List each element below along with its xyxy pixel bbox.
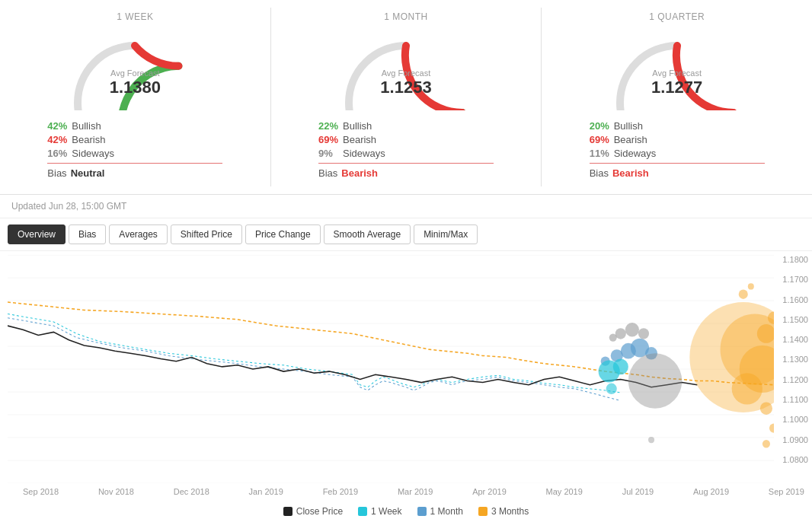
bearish-row: 42% Bearish (47, 134, 222, 145)
stats-month: 22% Bullish 69% Bearish 9% Sideways Bias (311, 116, 501, 183)
sideways-label: Sideways (343, 148, 385, 159)
bearish-label: Bearish (72, 134, 105, 145)
gauge-month: Avg Forecast 1.1253 (330, 27, 482, 110)
y-label: 1.0900 (782, 435, 808, 444)
x-label: Jan 2019 (249, 487, 283, 496)
bias-row: Bias Bearish (590, 167, 765, 179)
bias-row: Bias Bearish (318, 167, 494, 179)
svg-point-31 (739, 290, 748, 299)
x-label: Dec 2018 (174, 487, 209, 496)
y-label: 1.1300 (782, 355, 808, 364)
x-label: Nov 2018 (98, 487, 134, 496)
bullish-row: 22% Bullish (318, 120, 494, 132)
tabs-bar: OverviewBiasAveragesShifted PricePrice C… (0, 218, 812, 251)
svg-point-21 (648, 437, 654, 443)
bias-row: Bias Neutral (47, 167, 222, 179)
legend-label: 3 Months (491, 506, 529, 517)
x-label: Jul 2019 (622, 487, 654, 496)
bearish-row: 69% Bearish (590, 134, 765, 145)
legend-color (478, 507, 488, 516)
x-label: Aug 2019 (693, 487, 729, 496)
y-label: 1.0800 (782, 455, 808, 464)
legend-color (417, 507, 427, 516)
y-label: 1.1400 (782, 335, 808, 344)
legend-label: 1 Month (430, 506, 463, 517)
stats-quarter: 20% Bullish 69% Bearish 11% Sideways Bia… (582, 116, 772, 183)
legend-color (358, 507, 367, 516)
bullish-row: 20% Bullish (590, 120, 765, 132)
bullish-label: Bullish (72, 120, 101, 132)
bearish-pct: 42% (47, 134, 72, 145)
tab-minim-max[interactable]: Minim/Max (414, 224, 478, 244)
bullish-pct: 42% (47, 120, 72, 132)
legend-bar: Close Price 1 Week 1 Month 3 Months (0, 500, 812, 519)
y-label: 1.1800 (782, 255, 808, 264)
legend-item: 1 Week (358, 506, 401, 517)
legend-color (283, 507, 293, 516)
top-panels: 1 WEEK Avg Forecast 1.1380 42% (0, 0, 812, 195)
sideways-pct: 11% (590, 148, 614, 159)
tab-overview[interactable]: Overview (8, 224, 66, 244)
panel-month: 1 MONTH Avg Forecast 1.1253 22% (271, 8, 542, 186)
y-label: 1.1100 (782, 395, 808, 404)
bullish-row: 42% Bullish (47, 120, 222, 132)
tab-averages[interactable]: Averages (109, 224, 167, 244)
tab-smooth-average[interactable]: Smooth Average (324, 224, 411, 244)
legend-item: 3 Months (478, 506, 529, 517)
sideways-row: 9% Sideways (318, 148, 494, 159)
bias-value-month: Bearish (341, 167, 378, 179)
svg-point-17 (615, 328, 626, 339)
x-label: Sep 2019 (769, 487, 804, 496)
chart-area (8, 251, 774, 487)
svg-point-20 (628, 353, 682, 408)
stats-week: 42% Bullish 42% Bearish 16% Sideways Bia… (40, 116, 230, 183)
bias-value-week: Neutral (71, 167, 105, 179)
x-label: Feb 2019 (323, 487, 358, 496)
bias-text: Bias (590, 167, 609, 179)
updated-bar: Updated Jun 28, 15:00 GMT (0, 195, 812, 218)
y-label: 1.1200 (782, 375, 808, 384)
bias-text: Bias (318, 167, 337, 179)
gauge-value-month: 1.1253 (330, 78, 482, 97)
gauge-value-week: 1.1380 (59, 78, 211, 97)
bullish-label: Bullish (343, 120, 372, 132)
bullish-label: Bullish (614, 120, 643, 132)
tab-bias[interactable]: Bias (69, 224, 106, 244)
svg-point-19 (638, 328, 649, 339)
svg-point-29 (769, 423, 774, 432)
y-label: 1.1000 (782, 415, 808, 424)
panel-title-quarter: 1 QUARTER (649, 11, 705, 22)
y-label: 1.1600 (782, 295, 808, 304)
sideways-label: Sideways (614, 148, 657, 159)
bearish-row: 69% Bearish (318, 134, 494, 145)
bullish-pct: 20% (590, 120, 614, 132)
y-axis-labels: 1.18001.17001.16001.15001.14001.13001.12… (782, 255, 808, 464)
bias-value-quarter: Bearish (612, 167, 649, 179)
svg-point-28 (760, 402, 772, 415)
bias-text: Bias (47, 167, 66, 179)
gauge-week: Avg Forecast 1.1380 (59, 27, 211, 110)
sideways-pct: 16% (47, 148, 72, 159)
x-label: May 2019 (546, 487, 583, 496)
legend-item: 1 Month (417, 506, 463, 517)
y-label: 1.1700 (782, 275, 808, 284)
x-label: Sep 2018 (23, 487, 59, 496)
x-label: Apr 2019 (472, 487, 507, 496)
svg-point-32 (748, 283, 754, 289)
panel-week: 1 WEEK Avg Forecast 1.1380 42% (0, 8, 271, 186)
tab-price-change[interactable]: Price Change (245, 224, 321, 244)
svg-point-34 (613, 359, 628, 375)
legend-item: Close Price (283, 506, 343, 517)
gauge-quarter: Avg Forecast 1.1277 (601, 27, 753, 110)
x-label: Mar 2019 (398, 487, 433, 496)
x-axis-labels: Sep 2018Nov 2018Dec 2018Jan 2019Feb 2019… (0, 487, 812, 500)
bullish-pct: 22% (318, 120, 343, 132)
gauge-value-quarter: 1.1277 (601, 78, 753, 97)
sideways-pct: 9% (318, 148, 343, 159)
legend-label: Close Price (296, 506, 343, 517)
legend-label: 1 Week (371, 506, 401, 517)
bearish-pct: 69% (318, 134, 343, 145)
chart-wrapper: 1.18001.17001.16001.15001.14001.13001.12… (0, 251, 812, 487)
svg-point-18 (625, 323, 639, 337)
tab-shifted-price[interactable]: Shifted Price (171, 224, 242, 244)
